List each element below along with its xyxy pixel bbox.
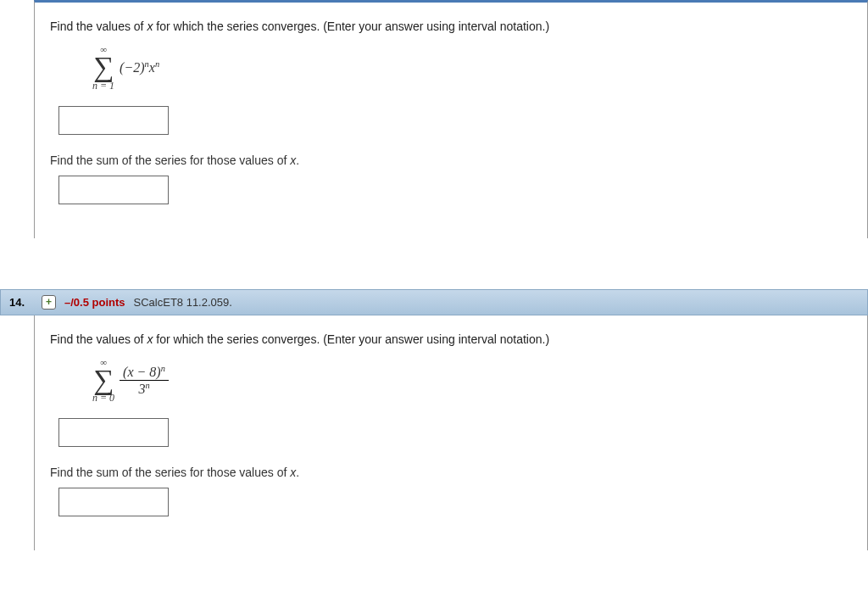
q13-prompt-suffix: for which the series converges. (Enter y… [153, 20, 549, 33]
q14-subprompt: Find the sum of the series for those val… [50, 466, 852, 479]
q14-numerator: (x − 8)n [120, 364, 169, 381]
q14-interval-input[interactable] [58, 418, 169, 447]
question-14-header: 14. + –/0.5 points SCalcET8 11.2.059. [0, 289, 868, 315]
expand-icon[interactable]: + [42, 295, 56, 310]
sigma-symbol: ∑ [93, 367, 114, 393]
q13-term: (−2)nxn [120, 59, 159, 75]
sigma-symbol: ∑ [93, 54, 114, 81]
q14-prompt-prefix: Find the values of [50, 332, 147, 346]
q14-sub-prefix: Find the sum of the series for those val… [50, 466, 290, 479]
q13-sub-prefix: Find the sum of the series for those val… [50, 153, 290, 167]
sigma-lower: n = 0 [92, 393, 114, 403]
sigma-icon: ∞ ∑ n = 1 [92, 45, 114, 91]
q14-prompt: Find the values of x for which the serie… [50, 332, 852, 346]
q13-sum-input[interactable] [58, 176, 169, 204]
q14-source: SCalcET8 11.2.059. [134, 296, 232, 309]
q13-sub-suffix: . [296, 153, 299, 167]
q13-prompt: Find the values of x for which the serie… [50, 20, 852, 33]
q13-interval-input[interactable] [58, 106, 169, 135]
question-13-body: Find the values of x for which the serie… [34, 0, 868, 238]
q13-prompt-prefix: Find the values of [50, 20, 147, 33]
q14-series: ∞ ∑ n = 0 (x − 8)n 3n [92, 358, 852, 404]
q14-prompt-suffix: for which the series converges. (Enter y… [153, 332, 549, 346]
q14-sub-suffix: . [296, 466, 299, 479]
q13-subprompt: Find the sum of the series for those val… [50, 153, 852, 167]
q14-denominator: 3n [135, 381, 153, 397]
sigma-icon: ∞ ∑ n = 0 [92, 358, 114, 404]
q14-points: –/0.5 points [64, 296, 125, 309]
q14-number: 14. [9, 296, 33, 309]
q14-fraction: (x − 8)n 3n [120, 364, 169, 398]
q13-series: ∞ ∑ n = 1 (−2)nxn [92, 45, 852, 91]
question-14-body: Find the values of x for which the serie… [34, 315, 868, 551]
q14-sum-input[interactable] [58, 488, 169, 516]
sigma-lower: n = 1 [92, 81, 114, 91]
